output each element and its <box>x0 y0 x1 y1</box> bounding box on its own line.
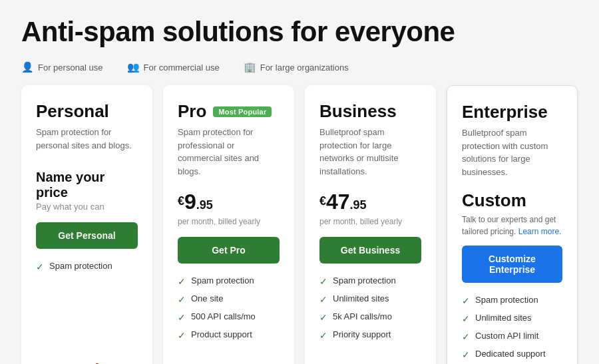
check-icon: ✓ <box>319 330 327 341</box>
list-item: ✓500 API calls/mo <box>178 311 280 323</box>
features-business: ✓Spam protection ✓Unlimited sites ✓5k AP… <box>319 275 421 341</box>
check-icon: ✓ <box>178 276 186 287</box>
cta-enterprise[interactable]: Customize Enterprise <box>462 246 562 283</box>
check-icon: ✓ <box>36 262 44 272</box>
plan-name-personal: Personal <box>36 101 138 122</box>
page-title: Anti-spam solutions for everyone <box>21 16 578 48</box>
plan-name-enterprise: Enterprise <box>462 102 562 122</box>
category-enterprise: 🏢 For large organizations <box>244 61 349 73</box>
list-item: ✓Priority support <box>319 329 421 341</box>
features-pro: ✓Spam protection ✓One site ✓500 API call… <box>178 275 280 341</box>
plan-desc-personal: Spam protection for personal sites and b… <box>36 126 138 158</box>
check-icon: ✓ <box>319 276 327 287</box>
category-commercial: 👥 For commercial use <box>127 61 220 73</box>
plan-name-pro: Pro Most Popular <box>178 101 280 122</box>
check-icon: ✓ <box>462 331 470 342</box>
building-icon: 🏢 <box>244 61 256 73</box>
price-period-pro: per month, billed yearly <box>178 217 280 226</box>
price-cents-business: .95 <box>350 198 367 212</box>
list-item: ✓One site <box>178 293 280 305</box>
list-item: ✓Unlimited sites <box>462 313 562 324</box>
price-currency-pro: € <box>178 194 184 208</box>
plans-grid: Personal Spam protection for personal si… <box>21 85 578 364</box>
category-personal: 👤 For personal use <box>21 61 103 73</box>
check-icon: ✓ <box>178 294 186 305</box>
plan-card-business: Business Bulletproof spam protection for… <box>305 85 436 364</box>
price-cents-pro: .95 <box>196 198 213 212</box>
category-commercial-label: For commercial use <box>144 63 220 73</box>
plan-card-enterprise: Enterprise Bulletproof spam protection w… <box>447 85 578 364</box>
check-icon: ✓ <box>178 312 186 323</box>
price-row-business: €47.95 <box>319 190 421 214</box>
plan-card-personal: Personal Spam protection for personal si… <box>21 85 152 364</box>
plan-desc-enterprise: Bulletproof spam protection with custom … <box>462 126 562 178</box>
price-row-pro: €9.95 <box>178 190 280 214</box>
plan-card-pro: Pro Most Popular Spam protection for pro… <box>163 85 294 364</box>
cta-business[interactable]: Get Business <box>319 237 421 264</box>
list-item: ✓Spam protection <box>319 275 421 287</box>
category-enterprise-label: For large organizations <box>260 63 349 73</box>
check-icon: ✓ <box>178 330 186 341</box>
features-personal: ✓ Spam protection <box>36 261 138 272</box>
price-period-business: per month, billed yearly <box>319 217 421 226</box>
people-icon: 👥 <box>127 61 140 73</box>
list-item: ✓Spam protection <box>462 295 562 306</box>
list-item: ✓Custom API limit <box>462 331 562 342</box>
plan-name-business: Business <box>319 101 421 122</box>
name-your-price-label: Name your price <box>36 170 138 200</box>
check-icon: ✓ <box>319 312 327 323</box>
categories-bar: 👤 For personal use 👥 For commercial use … <box>21 61 578 73</box>
list-item: ✓Dedicated support <box>462 349 562 360</box>
price-whole-pro: 9 <box>184 190 196 214</box>
category-personal-label: For personal use <box>38 63 103 73</box>
check-icon: ✓ <box>462 349 470 360</box>
list-item: ✓Product support <box>178 329 280 341</box>
price-whole-business: 47 <box>326 190 350 214</box>
list-item: ✓Spam protection <box>178 275 280 287</box>
features-enterprise: ✓Spam protection ✓Unlimited sites ✓Custo… <box>462 295 562 360</box>
custom-price-label: Custom <box>462 190 562 211</box>
price-currency-business: € <box>319 194 326 208</box>
plan-desc-pro: Spam protection for professional or comm… <box>178 126 280 178</box>
list-item: ✓ Spam protection <box>36 261 138 272</box>
plan-desc-business: Bulletproof spam protection for large ne… <box>319 126 421 178</box>
list-item: ✓5k API calls/mo <box>319 311 421 323</box>
most-popular-badge: Most Popular <box>213 106 272 117</box>
cta-pro[interactable]: Get Pro <box>178 237 280 264</box>
check-icon: ✓ <box>319 294 327 305</box>
custom-price-desc: Talk to our experts and get tailored pri… <box>462 214 562 238</box>
cta-personal[interactable]: Get Personal <box>36 222 138 249</box>
learn-more-link[interactable]: Learn more. <box>518 227 562 236</box>
list-item: ✓Unlimited sites <box>319 293 421 305</box>
pay-what-you-can-label: Pay what you can <box>36 202 138 212</box>
check-icon: ✓ <box>462 295 470 306</box>
check-icon: ✓ <box>462 313 470 324</box>
person-icon: 👤 <box>21 61 34 73</box>
